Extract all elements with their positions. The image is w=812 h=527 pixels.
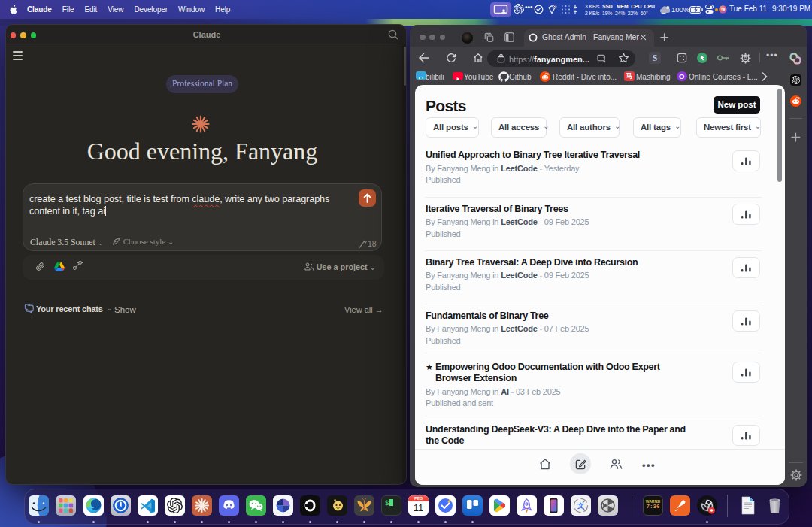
svg-text:文: 文 — [577, 502, 584, 510]
